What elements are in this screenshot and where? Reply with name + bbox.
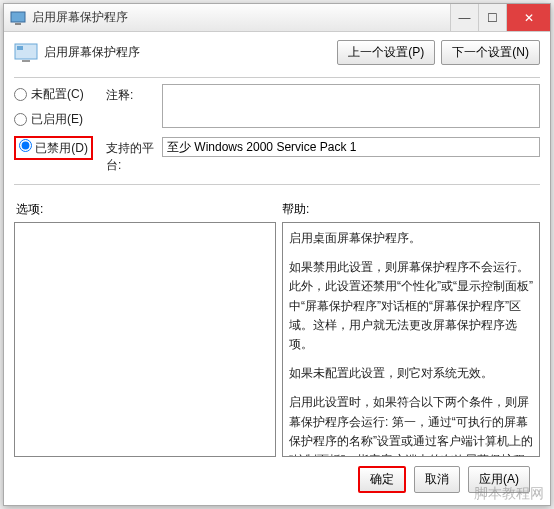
platform-row: 支持的平台: [106, 137, 540, 174]
content-area: 启用屏幕保护程序 上一个设置(P) 下一个设置(N) 未配置(C) 已启用(E) [4, 32, 550, 505]
radio-disabled[interactable]: 已禁用(D) [14, 136, 106, 160]
divider [14, 77, 540, 78]
radio-label: 未配置(C) [31, 86, 84, 103]
options-pane [14, 222, 276, 457]
radio-not-configured-input[interactable] [14, 88, 27, 101]
panes: 启用桌面屏幕保护程序。 如果禁用此设置，则屏幕保护程序不会运行。此外，此设置还禁… [14, 222, 540, 457]
platform-field [162, 137, 540, 157]
radio-group: 未配置(C) 已启用(E) 已禁用(D) [14, 84, 106, 180]
maximize-button[interactable]: ☐ [478, 4, 506, 31]
radio-not-configured[interactable]: 未配置(C) [14, 86, 106, 103]
minimize-button[interactable]: — [450, 4, 478, 31]
svg-rect-3 [17, 46, 23, 50]
help-text: 启用桌面屏幕保护程序。 [289, 229, 533, 248]
comment-row: 注释: [106, 84, 540, 131]
comment-textarea[interactable] [162, 84, 540, 128]
platform-label: 支持的平台: [106, 137, 162, 174]
apply-button[interactable]: 应用(A) [468, 466, 530, 493]
next-setting-button[interactable]: 下一个设置(N) [441, 40, 540, 65]
cancel-button[interactable]: 取消 [414, 466, 460, 493]
close-button[interactable]: ✕ [506, 4, 550, 31]
dialog-window: 启用屏幕保护程序 — ☐ ✕ 启用屏幕保护程序 上一个设置(P) 下一个设置(N… [3, 3, 551, 506]
radio-label: 已禁用(D) [35, 141, 88, 155]
svg-rect-4 [22, 60, 30, 62]
page-title: 启用屏幕保护程序 [44, 44, 337, 61]
app-icon [10, 10, 26, 26]
radio-disabled-input[interactable] [19, 139, 32, 152]
nav-buttons: 上一个设置(P) 下一个设置(N) [337, 40, 540, 65]
fields-column: 注释: 支持的平台: [106, 84, 540, 180]
radio-label: 已启用(E) [31, 111, 83, 128]
radio-enabled[interactable]: 已启用(E) [14, 111, 106, 128]
options-label: 选项: [14, 201, 282, 218]
divider [14, 184, 540, 185]
svg-rect-1 [15, 23, 21, 25]
help-text: 如果未配置此设置，则它对系统无效。 [289, 364, 533, 383]
titlebar: 启用屏幕保护程序 — ☐ ✕ [4, 4, 550, 32]
help-text: 启用此设置时，如果符合以下两个条件，则屏幕保护程序会运行: 第一，通过“可执行的… [289, 393, 533, 457]
previous-setting-button[interactable]: 上一个设置(P) [337, 40, 435, 65]
section-labels: 选项: 帮助: [14, 201, 540, 218]
svg-rect-0 [11, 12, 25, 22]
policy-icon [14, 43, 38, 63]
ok-button[interactable]: 确定 [358, 466, 406, 493]
help-text: 如果禁用此设置，则屏幕保护程序不会运行。此外，此设置还禁用“个性化”或“显示控制… [289, 258, 533, 354]
window-controls: — ☐ ✕ [450, 4, 550, 31]
header-row: 启用屏幕保护程序 上一个设置(P) 下一个设置(N) [14, 40, 540, 65]
footer: 确定 取消 应用(A) [14, 457, 540, 501]
comment-label: 注释: [106, 84, 162, 131]
radio-enabled-input[interactable] [14, 113, 27, 126]
window-title: 启用屏幕保护程序 [32, 9, 450, 26]
help-label: 帮助: [282, 201, 540, 218]
help-pane: 启用桌面屏幕保护程序。 如果禁用此设置，则屏幕保护程序不会运行。此外，此设置还禁… [282, 222, 540, 457]
config-row: 未配置(C) 已启用(E) 已禁用(D) 注释: [14, 84, 540, 180]
